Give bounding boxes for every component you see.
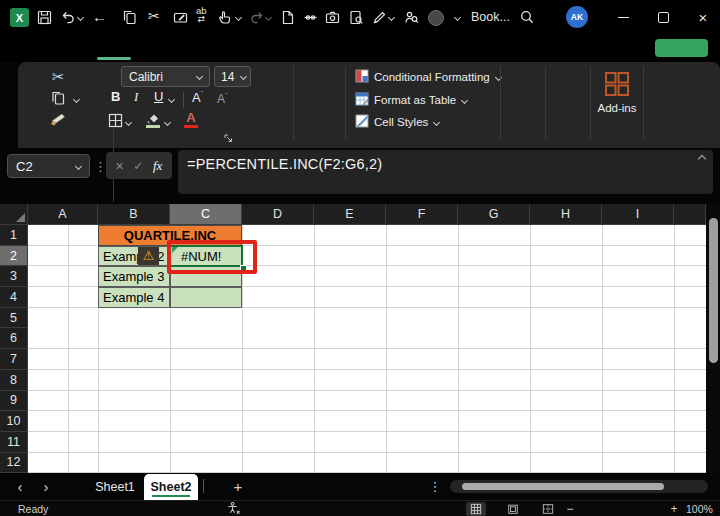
cell-c4[interactable] — [170, 287, 242, 308]
column-header-c[interactable]: C — [170, 204, 242, 225]
column-header-h[interactable]: H — [530, 204, 602, 225]
column-header-d[interactable]: D — [242, 204, 314, 225]
search-icon[interactable] — [519, 9, 535, 25]
row-header-3[interactable]: 3 — [0, 266, 28, 287]
cell-c3[interactable] — [170, 266, 242, 287]
cell-b4[interactable]: Example 4 — [98, 287, 170, 308]
insert-function-button[interactable]: fx — [153, 158, 162, 174]
row-header-2[interactable]: 2 — [0, 246, 28, 267]
row-header-10[interactable]: 10 — [0, 411, 28, 432]
print-preview-icon[interactable] — [348, 9, 365, 26]
cancel-icon[interactable]: × — [116, 158, 124, 174]
column-header-partial[interactable] — [674, 204, 706, 225]
add-ins-icon[interactable] — [603, 70, 631, 98]
horizontal-scrollbar-thumb[interactable] — [462, 483, 664, 491]
copy-icon[interactable] — [121, 9, 138, 26]
redo-icon[interactable] — [248, 9, 265, 26]
touch-mode-icon[interactable] — [217, 9, 233, 25]
redo-chevron-icon[interactable] — [266, 15, 271, 20]
undo-chevron-icon[interactable] — [78, 15, 83, 20]
cell-b2[interactable]: Example 2 — [98, 246, 170, 267]
zoom-in-icon[interactable]: + — [668, 502, 680, 516]
vertical-scrollbar[interactable] — [706, 204, 720, 474]
horizontal-scrollbar[interactable] — [450, 480, 708, 493]
name-box[interactable]: C2 — [7, 154, 90, 178]
row-header-1[interactable]: 1 — [0, 225, 28, 246]
undo-icon[interactable] — [60, 9, 77, 26]
row-header-11[interactable]: 11 — [0, 432, 28, 453]
close-button[interactable]: × — [688, 0, 718, 35]
row-header-5[interactable]: 5 — [0, 308, 28, 329]
zoom-level[interactable]: 100% — [686, 503, 713, 515]
conditional-formatting-button[interactable]: Conditional Formatting — [374, 71, 501, 83]
zoom-out-icon[interactable]: − — [564, 502, 576, 516]
tab-options-icon[interactable]: ⋮ — [428, 478, 442, 494]
new-file-icon[interactable] — [280, 9, 296, 26]
minimize-button[interactable] — [608, 0, 638, 35]
collapse-formula-bar-icon[interactable] — [699, 156, 705, 162]
shrink-font-button[interactable]: Aˇ — [217, 91, 228, 106]
vertical-scrollbar-thumb[interactable] — [709, 218, 718, 363]
formula-text[interactable]: =PERCENTILE.INC(F2:G6,2) — [187, 156, 382, 172]
column-header-i[interactable]: I — [602, 204, 674, 225]
qat-customize-chevron-icon[interactable] — [455, 15, 460, 20]
formula-bar[interactable]: =PERCENTILE.INC(F2:G6,2) — [178, 150, 713, 194]
cut-icon[interactable]: ✂ — [52, 68, 65, 86]
avatar[interactable]: AK — [566, 6, 588, 28]
next-sheet-icon[interactable]: › — [38, 478, 54, 494]
cell-b1-merged-title[interactable]: QUARTILE.INC — [98, 225, 242, 246]
touch-mode-chevron-icon[interactable] — [236, 15, 241, 20]
format-as-table-button[interactable]: Format as Table — [374, 94, 467, 106]
sheet-area[interactable]: QUARTILE.INC Example 2 #NUM! Example 3 E… — [28, 225, 706, 474]
page-break-view-icon[interactable] — [538, 502, 558, 516]
grow-font-button[interactable]: Aˆ — [192, 89, 203, 105]
enter-icon[interactable]: ✓ — [133, 159, 143, 173]
fill-handle[interactable] — [240, 265, 248, 273]
error-warning-icon[interactable]: ⚠ — [138, 247, 159, 266]
tab-sheet1[interactable]: Sheet1 — [90, 473, 140, 500]
normal-view-icon[interactable] — [466, 502, 486, 516]
row-header-12[interactable]: 12 — [0, 453, 28, 474]
column-header-a[interactable]: A — [28, 204, 98, 225]
row-header-9[interactable]: 9 — [0, 391, 28, 412]
copy-chevron-icon[interactable] — [74, 97, 79, 102]
font-size-select[interactable]: 14 — [214, 66, 251, 87]
save-icon[interactable] — [36, 9, 53, 26]
bold-button[interactable]: B — [111, 89, 120, 104]
fill-color-icon[interactable] — [146, 112, 160, 128]
copy-icon[interactable] — [49, 89, 67, 107]
fill-color-chevron-icon[interactable] — [165, 120, 170, 125]
add-ins-button[interactable]: Add-ins — [596, 102, 638, 114]
accessibility-icon[interactable] — [226, 501, 241, 516]
draw-pen-icon[interactable] — [371, 9, 388, 26]
page-layout-view-icon[interactable] — [503, 502, 523, 516]
borders-chevron-icon[interactable] — [126, 120, 131, 125]
back-arrow-icon[interactable]: ← — [92, 8, 107, 25]
cell-b3[interactable]: Example 3 — [98, 266, 170, 287]
row-header-4[interactable]: 4 — [0, 287, 28, 308]
row-header-6[interactable]: 6 — [0, 328, 28, 349]
add-sheet-icon[interactable]: + — [230, 478, 246, 494]
share-button[interactable] — [655, 39, 708, 57]
tab-sheet2[interactable]: Sheet2 — [144, 474, 198, 500]
camera-icon[interactable] — [324, 9, 341, 26]
font-name-select[interactable]: Calibri — [121, 66, 210, 87]
column-header-f[interactable]: F — [386, 204, 458, 225]
cell-styles-button[interactable]: Cell Styles — [374, 116, 439, 128]
borders-icon[interactable] — [108, 113, 123, 128]
prev-sheet-icon[interactable]: ‹ — [12, 478, 28, 494]
row-header-8[interactable]: 8 — [0, 370, 28, 391]
font-dialog-launcher-icon[interactable] — [224, 134, 233, 143]
italic-button[interactable]: I — [134, 89, 138, 105]
underline-button[interactable]: U — [154, 89, 163, 104]
ink-line-icon[interactable] — [302, 9, 319, 26]
column-header-g[interactable]: G — [458, 204, 530, 225]
cut-icon[interactable]: ✂ — [148, 8, 160, 24]
format-painter-icon[interactable] — [49, 111, 68, 130]
column-header-b[interactable]: B — [98, 204, 170, 225]
cell-c2[interactable]: #NUM! — [170, 246, 242, 267]
underline-chevron-icon[interactable] — [169, 97, 174, 102]
row-header-7[interactable]: 7 — [0, 349, 28, 370]
find-replace-icon[interactable]: ab⇄ — [196, 7, 207, 23]
font-color-icon[interactable]: A — [184, 110, 198, 128]
